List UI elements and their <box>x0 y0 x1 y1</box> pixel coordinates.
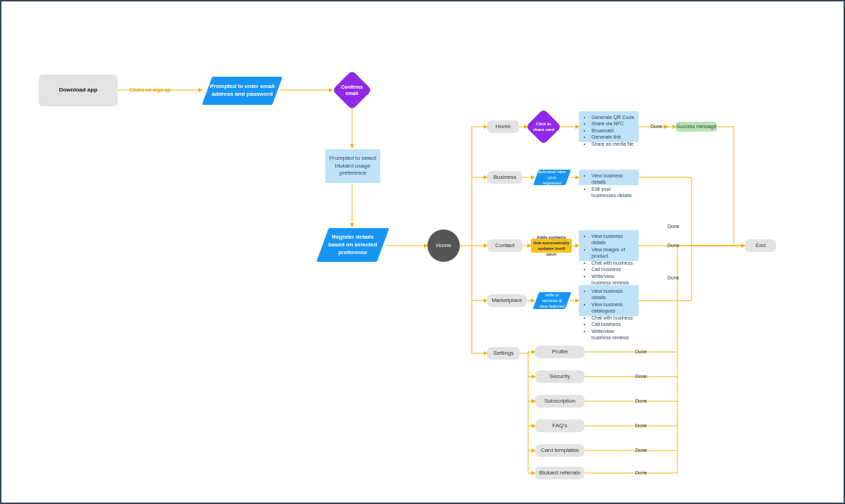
branch-contact[interactable]: Contact <box>487 239 522 252</box>
done-business: Done <box>668 224 680 229</box>
label: Home <box>496 123 511 131</box>
action-add-contacts[interactable]: Adds contacts that automatically updates… <box>531 239 572 253</box>
label: Marketplace <box>492 297 522 305</box>
label: Success message <box>677 123 717 130</box>
done-home: Done <box>651 124 663 129</box>
label: Security <box>550 373 570 381</box>
label: Search for skills or services & view fea… <box>536 286 568 315</box>
done-referrals: Done <box>635 470 647 475</box>
edge-label-signup: Clicks on sign up <box>130 87 170 92</box>
label: FAQ's <box>552 422 568 430</box>
contact-list: View business details View images of pro… <box>586 233 634 286</box>
done-subscription: Done <box>635 398 647 403</box>
label: Search business/ view your registered bu… <box>536 163 568 191</box>
branch-business[interactable]: Business <box>487 171 522 184</box>
branch-settings[interactable]: Settings <box>487 347 520 360</box>
label: Subscription <box>544 398 575 405</box>
marketplace-list: View business details View business cata… <box>586 288 634 341</box>
label: Profile <box>552 348 568 356</box>
label: Home <box>436 242 451 250</box>
list-contact[interactable]: View business details View images of pro… <box>579 230 639 261</box>
action-search-business[interactable]: Search business/ view your registered bu… <box>533 170 571 185</box>
label: Adds contacts that automatically updates… <box>533 234 570 257</box>
label: Register details based on selected prefe… <box>323 234 383 256</box>
node-end[interactable]: End <box>745 239 776 252</box>
done-security: Done <box>635 374 647 379</box>
label: Confirms email <box>338 84 366 97</box>
label: Blukard referrals <box>539 470 581 477</box>
label: Business <box>494 174 516 182</box>
settings-subscription[interactable]: Subscription <box>535 395 584 408</box>
done-card-templates: Done <box>635 448 647 453</box>
branch-marketplace[interactable]: Marketplace <box>487 294 527 307</box>
settings-profile[interactable]: Profile <box>535 346 584 358</box>
flowchart-canvas[interactable]: { "start": {"download": "Download app", … <box>1 1 844 503</box>
edges <box>1 1 845 504</box>
done-marketplace: Done <box>668 243 680 248</box>
label: Contact <box>495 242 515 250</box>
list-share-options[interactable]: Generate QR Code Share via NFC Broadcast… <box>579 111 639 142</box>
label: Click to share card <box>531 121 556 132</box>
action-search-marketplace[interactable]: Search for skills or services & view fea… <box>533 292 572 309</box>
done-profile: Done <box>635 349 647 354</box>
settings-card-templates[interactable]: Card templates <box>535 444 584 457</box>
settings-faqs[interactable]: FAQ's <box>535 420 584 432</box>
branch-home[interactable]: Home <box>487 120 519 133</box>
list-business[interactable]: View business details Edit your business… <box>579 170 639 185</box>
list-marketplace[interactable]: View business details View business cata… <box>579 285 639 316</box>
business-list: View business details Edit your business… <box>586 172 634 199</box>
decision-share-card[interactable]: Click to share card <box>526 109 562 145</box>
node-enter-email[interactable]: Prompted to enter email address and pass… <box>202 77 283 105</box>
label: Prompted to enter email address and pass… <box>207 83 277 99</box>
label: End <box>756 242 765 250</box>
label: Card templates <box>541 447 579 455</box>
label: Prompted to select blukard usage prefere… <box>325 155 380 177</box>
diagram-frame: { "start": {"download": "Download app", … <box>0 0 845 504</box>
node-success-message[interactable]: Success message <box>676 122 717 132</box>
done-contact: Done <box>668 275 680 280</box>
done-faqs: Done <box>635 423 647 428</box>
node-register-details[interactable]: Register details based on selected prefe… <box>316 228 389 262</box>
node-confirm-email[interactable]: Confirms email <box>332 70 373 111</box>
label: Settings <box>494 350 514 358</box>
settings-security[interactable]: Security <box>535 370 584 383</box>
node-download-app[interactable]: Download app <box>39 75 118 106</box>
label: Download app <box>59 87 98 94</box>
node-select-preference[interactable]: Prompted to select blukard usage prefere… <box>325 149 380 183</box>
settings-blukard-referrals[interactable]: Blukard referrals <box>535 467 584 479</box>
share-options-list: Generate QR Code Share via NFC Broadcast… <box>586 114 634 147</box>
node-home-circle[interactable]: Home <box>427 229 460 262</box>
